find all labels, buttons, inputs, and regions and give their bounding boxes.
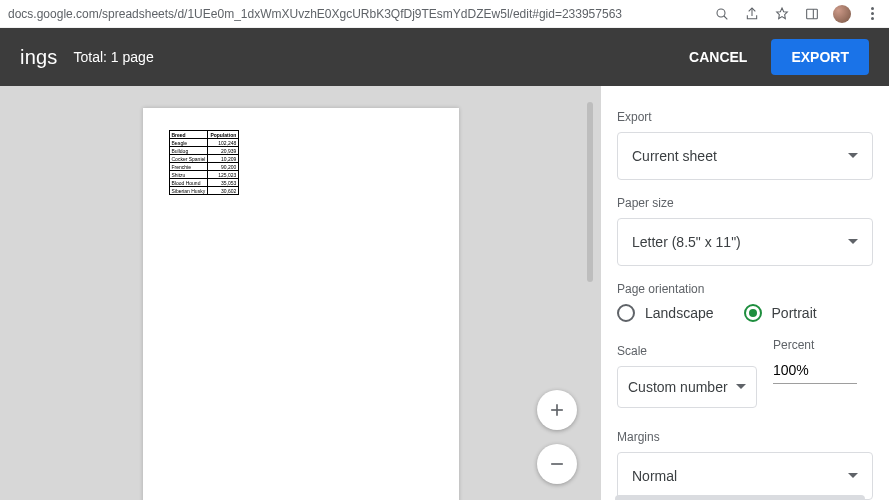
portrait-label: Portrait bbox=[772, 305, 817, 321]
url-text: docs.google.com/spreadsheets/d/1UEe0m_1d… bbox=[8, 7, 622, 21]
portrait-radio[interactable]: Portrait bbox=[744, 304, 817, 322]
cell: 10,209 bbox=[208, 155, 239, 163]
cell: 125,023 bbox=[208, 171, 239, 179]
export-label: Export bbox=[617, 110, 873, 124]
preview-scrollbar[interactable] bbox=[587, 102, 593, 282]
paper-size-select[interactable]: Letter (8.5" x 11") bbox=[617, 218, 873, 266]
percent-input[interactable] bbox=[773, 356, 857, 384]
paper-size-label: Paper size bbox=[617, 196, 873, 210]
chevron-down-icon bbox=[848, 148, 858, 164]
chevron-down-icon bbox=[848, 468, 858, 484]
chevron-down-icon bbox=[736, 379, 746, 395]
cell: Frenchie bbox=[169, 163, 208, 171]
profile-avatar[interactable] bbox=[833, 5, 851, 23]
zoom-icon[interactable] bbox=[713, 5, 731, 23]
cell: 35,053 bbox=[208, 179, 239, 187]
svg-line-1 bbox=[724, 16, 727, 19]
export-value: Current sheet bbox=[632, 148, 717, 164]
share-icon[interactable] bbox=[743, 5, 761, 23]
settings-panel: Export Current sheet Paper size Letter (… bbox=[601, 86, 889, 500]
svg-rect-2 bbox=[807, 9, 818, 18]
cell: 20,939 bbox=[208, 147, 239, 155]
landscape-radio[interactable]: Landscape bbox=[617, 304, 714, 322]
cell: Shitzu bbox=[169, 171, 208, 179]
scale-select[interactable]: Custom number bbox=[617, 366, 757, 408]
zoom-out-button[interactable] bbox=[537, 444, 577, 484]
chevron-down-icon bbox=[848, 234, 858, 250]
col-header: Breed bbox=[169, 131, 208, 139]
export-button[interactable]: EXPORT bbox=[771, 39, 869, 75]
cell: 30,602 bbox=[208, 187, 239, 195]
cell: Blood Hound bbox=[169, 179, 208, 187]
orientation-group: Landscape Portrait bbox=[617, 304, 873, 322]
radio-icon bbox=[617, 304, 635, 322]
margins-select[interactable]: Normal bbox=[617, 452, 873, 500]
bookmark-star-icon[interactable] bbox=[773, 5, 791, 23]
cell: Siberian Husky bbox=[169, 187, 208, 195]
total-pages: Total: 1 page bbox=[74, 49, 154, 65]
cell: Beagle bbox=[169, 139, 208, 147]
export-select[interactable]: Current sheet bbox=[617, 132, 873, 180]
kebab-menu-icon[interactable] bbox=[863, 5, 881, 23]
cell: Cocker Spaniel bbox=[169, 155, 208, 163]
margins-value: Normal bbox=[632, 468, 677, 484]
cancel-button[interactable]: CANCEL bbox=[673, 39, 763, 75]
preview-table: BreedPopulation Beagle102,248 Bulldog20,… bbox=[169, 130, 240, 195]
cell: Bulldog bbox=[169, 147, 208, 155]
page-preview: BreedPopulation Beagle102,248 Bulldog20,… bbox=[143, 108, 459, 500]
dialog-title: ings bbox=[20, 46, 58, 69]
sidepanel-icon[interactable] bbox=[803, 5, 821, 23]
orientation-label: Page orientation bbox=[617, 282, 873, 296]
scale-label: Scale bbox=[617, 344, 757, 358]
print-header: ings Total: 1 page CANCEL EXPORT bbox=[0, 28, 889, 86]
margins-label: Margins bbox=[617, 430, 873, 444]
radio-checked-icon bbox=[744, 304, 762, 322]
percent-label: Percent bbox=[773, 338, 873, 352]
paper-size-value: Letter (8.5" x 11") bbox=[632, 234, 741, 250]
preview-pane: BreedPopulation Beagle102,248 Bulldog20,… bbox=[0, 86, 601, 500]
main-area: BreedPopulation Beagle102,248 Bulldog20,… bbox=[0, 86, 889, 500]
cell: 102,248 bbox=[208, 139, 239, 147]
panel-scrollbar[interactable] bbox=[615, 495, 865, 500]
zoom-controls bbox=[537, 390, 577, 484]
scale-value: Custom number bbox=[628, 379, 728, 395]
svg-point-0 bbox=[717, 9, 725, 17]
browser-address-bar: docs.google.com/spreadsheets/d/1UEe0m_1d… bbox=[0, 0, 889, 28]
col-header: Population bbox=[208, 131, 239, 139]
cell: 90,200 bbox=[208, 163, 239, 171]
landscape-label: Landscape bbox=[645, 305, 714, 321]
zoom-in-button[interactable] bbox=[537, 390, 577, 430]
